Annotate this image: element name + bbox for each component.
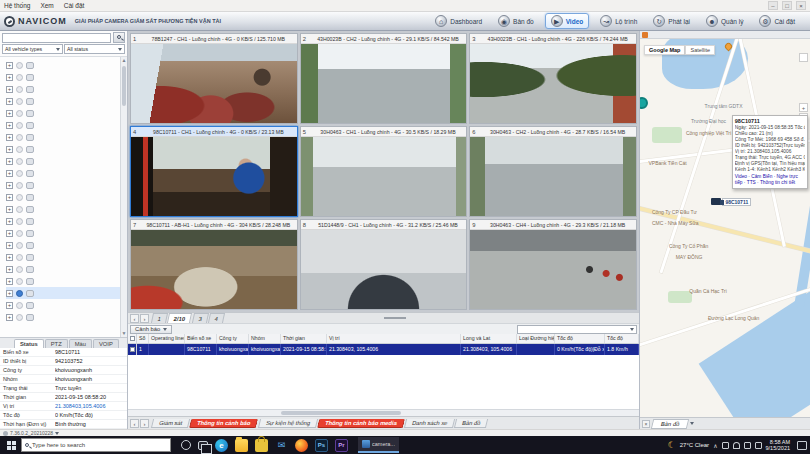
tabs-next-icon[interactable]: › xyxy=(140,419,149,428)
bottom-tab[interactable]: Sự kiện hệ thống xyxy=(258,419,318,428)
camera-video-feed[interactable] xyxy=(301,44,467,123)
tabs-prev-icon[interactable]: ‹ xyxy=(130,419,139,428)
expander-icon[interactable]: + xyxy=(6,182,13,189)
expander-icon[interactable]: + xyxy=(6,254,13,261)
scroll-thumb[interactable] xyxy=(281,411,401,415)
popup-links[interactable]: Video · Cảm Biến · Nghe trực tiếp · TTS … xyxy=(735,174,805,186)
table-header-cell[interactable]: Tốc độ xyxy=(555,334,605,343)
nav-button[interactable]: ↝ Lộ trình xyxy=(595,14,642,28)
row-checkbox-cell[interactable] xyxy=(128,344,137,355)
checkbox-icon[interactable] xyxy=(130,347,135,352)
nav-button[interactable]: ↻ Phát lại xyxy=(648,14,695,28)
expander-icon[interactable]: + xyxy=(6,86,13,93)
tree-item[interactable]: + xyxy=(6,263,120,275)
nav-button[interactable]: ▶ Video xyxy=(545,13,590,29)
tree-item[interactable]: + xyxy=(6,287,120,299)
table-header-cell[interactable]: Biển số xe xyxy=(185,334,217,343)
tree-item[interactable]: + xyxy=(6,299,120,311)
table-header-cell[interactable]: Công ty xyxy=(217,334,249,343)
filter-select[interactable]: All status xyxy=(64,44,125,54)
bottom-tab[interactable]: Danh sách xe xyxy=(404,419,456,428)
page-tab[interactable]: 2/10 xyxy=(167,313,192,323)
taskbar-app-icon[interactable]: Pr xyxy=(335,439,348,452)
camera-tile[interactable]: 4 98C10711 - CH1 - Luồng chính - 4G - 0 … xyxy=(130,126,298,217)
camera-tile[interactable]: 7 98C10711 - AB-H1 - Luồng chính - 4G - … xyxy=(130,219,298,310)
camera-tile[interactable]: 1 78B1247 - CH1 - Luồng chính - 4G - 0 K… xyxy=(130,33,298,124)
table-row[interactable]: 198C10711khoivuongxanhkhoivuongxanh2021-… xyxy=(128,344,639,355)
fullscreen-icon[interactable] xyxy=(799,53,808,62)
expander-icon[interactable]: + xyxy=(6,62,13,69)
page-tab[interactable]: 4 xyxy=(208,313,225,323)
search-button[interactable] xyxy=(113,32,125,43)
camera-tile[interactable]: 3 43H0023B - CH1 - Luồng chính - 4G - 22… xyxy=(469,33,637,124)
expander-icon[interactable]: + xyxy=(6,170,13,177)
expander-icon[interactable]: + xyxy=(6,290,13,297)
close-icon[interactable]: × xyxy=(642,420,650,428)
camera-tile[interactable]: 8 51D1448/9 - CH1 - Luồng chính - 4G - 3… xyxy=(300,219,468,310)
taskbar-app-icon[interactable] xyxy=(295,439,308,452)
maximize-button[interactable]: □ xyxy=(782,1,792,10)
tree-item[interactable]: + xyxy=(6,83,120,95)
tree-item[interactable]: + xyxy=(6,59,120,71)
expander-icon[interactable]: + xyxy=(6,146,13,153)
tree-item[interactable]: + xyxy=(6,155,120,167)
expander-icon[interactable]: + xyxy=(6,242,13,249)
expander-icon[interactable]: + xyxy=(6,122,13,129)
expander-icon[interactable]: + xyxy=(6,278,13,285)
table-header-cell[interactable]: Tốc độ xyxy=(605,334,639,343)
tree-item[interactable]: + xyxy=(6,167,120,179)
zoom-in-button[interactable]: + xyxy=(799,103,808,112)
camera-video-feed[interactable] xyxy=(470,230,636,309)
sidebar-tab[interactable]: Màu xyxy=(69,339,92,348)
taskbar-app-icon[interactable] xyxy=(181,440,191,450)
action-center-icon[interactable] xyxy=(797,441,807,450)
camera-video-feed[interactable] xyxy=(301,137,467,216)
camera-video-feed[interactable] xyxy=(470,44,636,123)
filter-select[interactable]: All vehicle types xyxy=(2,44,63,54)
expander-icon[interactable]: + xyxy=(6,74,13,81)
tray-chevron-icon[interactable]: ∧ xyxy=(713,442,717,449)
camera-video-feed[interactable] xyxy=(301,230,467,309)
camera-tile[interactable]: 9 30H0463 - CH4 - Luồng chính - 4G - 29.… xyxy=(469,219,637,310)
bottom-tab[interactable]: Giám sát xyxy=(151,419,190,428)
map-type-button[interactable]: Satellite xyxy=(685,45,715,55)
tree-item[interactable]: + xyxy=(6,275,120,287)
tree-item[interactable]: + xyxy=(6,95,120,107)
tree-item[interactable]: + xyxy=(6,191,120,203)
expander-icon[interactable]: + xyxy=(6,194,13,201)
page-next-icon[interactable]: › xyxy=(140,314,149,323)
bottom-tab[interactable]: Bản đồ xyxy=(454,419,489,428)
weather-text[interactable]: 27°C Clear xyxy=(680,442,709,448)
cloud-icon[interactable] xyxy=(733,442,740,449)
header-checkbox-cell[interactable] xyxy=(128,334,137,343)
camera-video-feed[interactable] xyxy=(131,137,297,216)
scroll-thumb[interactable] xyxy=(122,66,126,106)
splitter-handle[interactable] xyxy=(384,317,406,319)
taskbar-app-icon[interactable]: e xyxy=(215,439,228,452)
menu-item[interactable]: Hệ thống xyxy=(4,2,30,9)
camera-video-feed[interactable] xyxy=(470,137,636,216)
camera-tile[interactable]: 2 43H0023B - CH2 - Luồng chính - 4G - 29… xyxy=(300,33,468,124)
map-tab[interactable]: Bản đồ xyxy=(651,419,690,429)
camera-tile[interactable]: 5 30H0463 - CH1 - Luồng chính - 4G - 30.… xyxy=(300,126,468,217)
camera-video-feed[interactable] xyxy=(131,44,297,123)
table-header-cell[interactable]: Loại Đường hiện tại xyxy=(517,334,555,343)
camera-video-feed[interactable] xyxy=(131,230,297,309)
expander-icon[interactable]: + xyxy=(6,218,13,225)
map-type-button[interactable]: Google Map xyxy=(644,45,685,55)
panel-pin-icon[interactable] xyxy=(642,32,648,38)
nav-button[interactable]: ⚙ Cài đặt xyxy=(754,14,800,28)
tree-item[interactable]: + xyxy=(6,203,120,215)
scroll-down-icon[interactable]: ▼ xyxy=(121,330,127,337)
page-tab[interactable]: 3 xyxy=(191,313,208,323)
expander-icon[interactable]: + xyxy=(6,134,13,141)
expander-icon[interactable]: + xyxy=(6,314,13,321)
tree-item[interactable]: + xyxy=(6,239,120,251)
expander-icon[interactable]: + xyxy=(6,158,13,165)
table-header-cell[interactable]: Nhóm xyxy=(249,334,281,343)
volume-icon[interactable] xyxy=(755,442,762,449)
expander-icon[interactable]: + xyxy=(6,266,13,273)
sidebar-tab[interactable]: PTZ xyxy=(45,339,68,348)
vehicle-marker[interactable]: 98C10711 xyxy=(711,198,751,206)
teal-pin-icon[interactable] xyxy=(640,97,648,109)
